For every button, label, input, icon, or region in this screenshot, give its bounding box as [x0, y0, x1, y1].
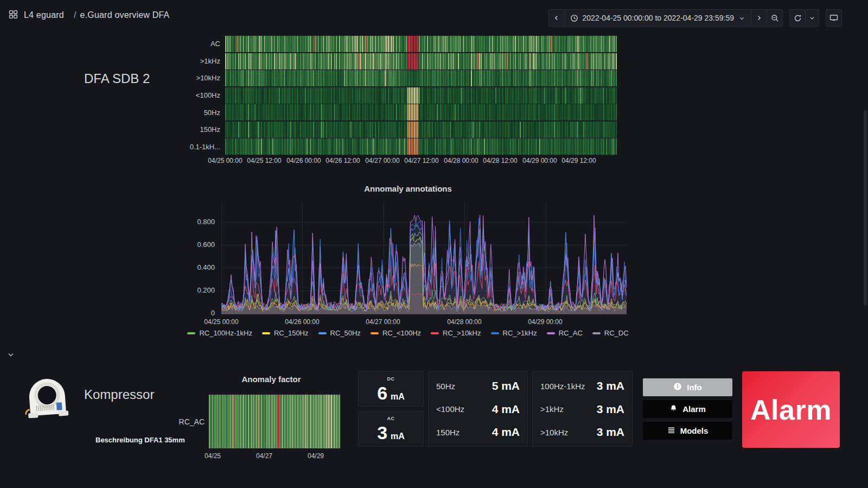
stat-value: 5 mA: [492, 379, 520, 392]
stat-value: 3 mA: [597, 403, 624, 416]
legend-item[interactable]: RC_AC: [547, 329, 583, 337]
row-label: AC: [210, 40, 220, 48]
row-collapse-chevron-icon[interactable]: [7, 350, 15, 361]
status-history-heatmap[interactable]: [225, 35, 618, 155]
alarm-status-label: Alarm: [750, 394, 832, 426]
time-shift-forward-button[interactable]: [751, 9, 767, 27]
stat-card-dc: DC 6mA: [358, 371, 424, 407]
models-button[interactable]: Models: [643, 422, 732, 440]
row-label: >1kHz: [200, 57, 220, 65]
annotations-chart-title: Annomaly annotations: [182, 184, 634, 193]
chevron-right-icon: [755, 14, 763, 22]
breadcrumb-app[interactable]: L4 eguard: [24, 10, 64, 20]
legend-label: RC_50Hz: [330, 329, 361, 337]
legend-item[interactable]: RC_150Hz: [262, 329, 309, 337]
chevron-down-icon: [809, 15, 815, 21]
x-tick: 04/28 00:00: [440, 318, 489, 326]
button-label: Alarm: [682, 404, 706, 414]
stat-label: 50Hz: [436, 382, 455, 391]
y-tick: 0.800: [179, 218, 215, 226]
legend-swatch: [371, 332, 379, 334]
x-tick: 04/26 00:00: [278, 318, 327, 326]
legend-item[interactable]: RC_50Hz: [318, 329, 361, 337]
anomaly-factor-title: Anomaly factor: [187, 375, 355, 384]
anomaly-factor-row-label: RC_AC: [167, 417, 205, 426]
legend-label: RC_>10kHz: [443, 329, 481, 337]
legend-item[interactable]: RC_<100Hz: [371, 329, 421, 337]
device-name: Kompressor: [84, 387, 154, 402]
row-label: 50Hz: [204, 109, 220, 117]
legend-label: RC_>1kHz: [503, 329, 537, 337]
stat-label: 150Hz: [436, 428, 459, 437]
info-circle-icon: [673, 382, 682, 392]
stat-row: 150Hz4 mA: [436, 426, 520, 439]
refresh-button[interactable]: [789, 9, 806, 27]
refresh-group: [789, 9, 819, 27]
stat-label: >1kHz: [540, 404, 564, 414]
device-description: Beschreibung DFA1 35mm: [95, 436, 185, 444]
y-tick: 0: [179, 309, 215, 317]
legend-swatch: [187, 332, 195, 334]
annotations-line-chart[interactable]: [221, 202, 627, 314]
row-label: 150Hz: [200, 125, 220, 134]
stat-row: <100Hz4 mA: [436, 403, 520, 416]
time-shift-back-button[interactable]: [548, 9, 565, 27]
legend-item[interactable]: RC_>10kHz: [431, 329, 481, 337]
stat-panel-low-freq: 50Hz5 mA <100Hz4 mA 150Hz4 mA: [428, 371, 528, 447]
x-tick: 04/29 00:00: [521, 318, 570, 326]
x-tick: 04/29: [299, 452, 332, 460]
clock-icon: [570, 14, 578, 22]
stat-value: 4 mA: [492, 426, 520, 439]
legend-item[interactable]: RC_>1kHz: [491, 329, 537, 337]
chevron-left-icon: [553, 14, 560, 22]
legend-item[interactable]: RC_100Hz-1kHz: [187, 329, 252, 337]
legend-item[interactable]: RC_DC: [592, 329, 629, 337]
legend-swatch: [491, 332, 499, 334]
x-tick: 04/25: [196, 452, 229, 460]
y-tick: 0.600: [179, 240, 215, 249]
kiosk-mode-button[interactable]: [826, 9, 842, 27]
panel-title-dfa-sdb-2: DFA SDB 2: [84, 71, 150, 86]
info-button[interactable]: Info: [643, 378, 732, 396]
kompressor-device-image: [20, 372, 75, 424]
stat-label: >10kHz: [540, 428, 568, 437]
refresh-interval-button[interactable]: [805, 9, 819, 27]
x-tick: 04/27: [248, 452, 280, 460]
y-tick: 0.400: [179, 263, 215, 271]
stat-label: AC: [387, 416, 394, 421]
list-icon: [667, 426, 675, 436]
stat-row: >10kHz3 mA: [540, 426, 624, 439]
row-label: 0.1-1kH...: [190, 143, 220, 151]
legend-label: RC_AC: [559, 329, 583, 337]
stat-value: 3 mA: [597, 426, 624, 439]
legend-swatch: [431, 332, 439, 334]
breadcrumb-page[interactable]: e.Guard overview DFA: [80, 10, 170, 20]
zoom-out-icon: [771, 14, 779, 22]
stat-label: 100Hz-1kHz: [540, 382, 585, 391]
stat-row: 100Hz-1kHz3 mA: [540, 379, 624, 392]
stat-unit: mA: [391, 432, 405, 441]
stat-value: 3 mA: [597, 379, 624, 392]
time-range-button[interactable]: 2022-04-25 00:00:00 to 2022-04-29 23:59:…: [564, 9, 751, 27]
chart-legend: RC_100Hz-1kHz RC_150Hz RC_50Hz RC_<100Hz…: [182, 329, 634, 337]
stat-label: DC: [387, 376, 394, 382]
button-label: Models: [680, 426, 709, 435]
x-tick: 04/27 00:00: [359, 318, 407, 326]
legend-swatch: [592, 332, 601, 334]
alarm-button[interactable]: Alarm: [643, 400, 732, 418]
legend-label: RC_<100Hz: [382, 329, 421, 337]
page-scrollbar[interactable]: [864, 110, 867, 306]
x-tick: 04/29 12:00: [554, 157, 603, 164]
status-heatmap-row-labels: AC >1kHz >10kHz <100Hz 50Hz 150Hz 0.1-1k…: [174, 35, 220, 155]
stat-card-ac: AC 3mA: [358, 411, 424, 447]
stat-value: 6: [377, 384, 387, 402]
apps-grid-icon[interactable]: [9, 10, 18, 21]
legend-label: RC_100Hz-1kHz: [199, 329, 252, 337]
grafana-dashboard: L4 eguard /e.Guard overview DFA 2022-04-…: [0, 0, 868, 488]
anomaly-factor-heatmap[interactable]: [209, 395, 341, 448]
stat-panel-high-freq: 100Hz-1kHz3 mA >1kHz3 mA >10kHz3 mA: [532, 371, 633, 447]
y-tick: 0.200: [179, 286, 215, 294]
alarm-status-panel[interactable]: Alarm: [742, 371, 840, 448]
zoom-out-button[interactable]: [767, 9, 783, 27]
stat-value: 3: [377, 423, 387, 442]
